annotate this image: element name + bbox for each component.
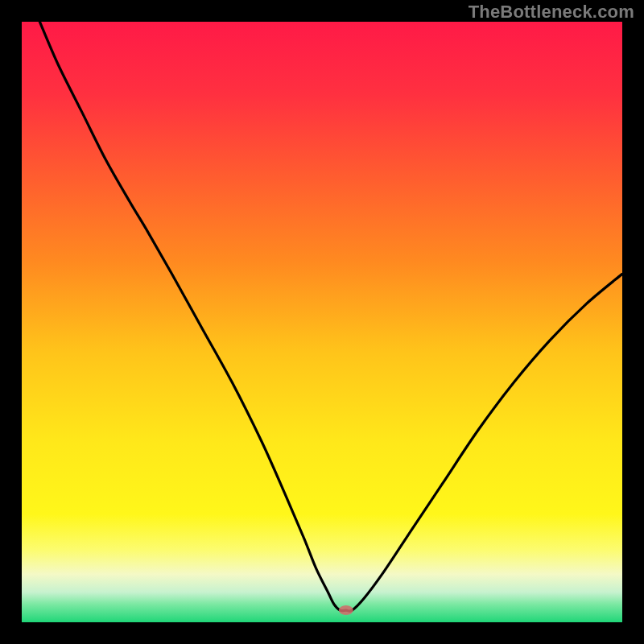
optimal-point-marker (339, 605, 353, 615)
chart-frame: TheBottleneck.com (0, 0, 644, 644)
bottleneck-chart (22, 22, 622, 622)
gradient-background (22, 22, 622, 622)
watermark-text: TheBottleneck.com (469, 2, 634, 23)
